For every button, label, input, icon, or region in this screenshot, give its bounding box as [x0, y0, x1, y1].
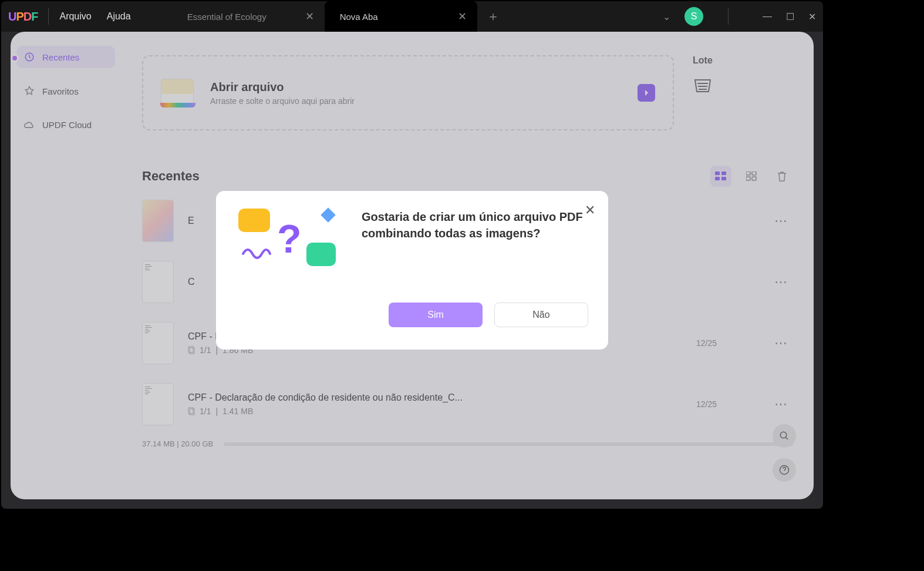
maximize-icon[interactable]: ☐ — [786, 11, 794, 22]
tab-inactive[interactable]: Essential of Ecology ✕ — [172, 1, 325, 32]
menu-file[interactable]: Arquivo — [59, 11, 91, 22]
close-icon[interactable]: ✕ — [585, 203, 595, 218]
chevron-down-icon[interactable]: ⌄ — [663, 11, 670, 22]
question-illustration: ? — [236, 209, 342, 279]
close-icon[interactable]: ✕ — [305, 10, 314, 23]
combine-images-modal: ✕ ? Gostaria de criar um único arquivo P… — [216, 191, 608, 350]
tab-label: Nova Aba — [340, 12, 378, 22]
divider — [728, 8, 729, 25]
tab-active[interactable]: Nova Aba ✕ — [325, 1, 477, 32]
menu-help[interactable]: Ajuda — [107, 11, 131, 22]
minimize-icon[interactable]: — — [763, 11, 772, 22]
new-tab-button[interactable]: ＋ — [477, 8, 509, 25]
close-icon[interactable]: ✕ — [458, 10, 467, 23]
modal-overlay: ✕ ? Gostaria de criar um único arquivo P… — [1, 32, 823, 509]
app-logo: UPDF — [8, 10, 38, 23]
avatar[interactable]: S — [684, 7, 703, 26]
modal-question: Gostaria de criar um único arquivo PDF c… — [362, 209, 588, 241]
close-window-icon[interactable]: ✕ — [808, 11, 816, 22]
tab-label: Essential of Ecology — [187, 12, 267, 22]
titlebar: UPDF Arquivo Ajuda Essential of Ecology … — [1, 1, 823, 32]
yes-button[interactable]: Sim — [389, 303, 483, 327]
no-button[interactable]: Não — [494, 303, 588, 327]
divider — [48, 8, 49, 25]
